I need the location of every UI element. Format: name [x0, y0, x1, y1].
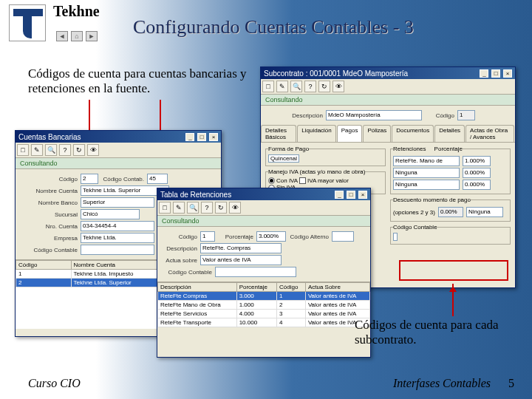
col-header[interactable]: Código — [277, 283, 306, 292]
table-row[interactable]: ReteFte Compras3.0001Valor antes de IVA — [158, 292, 370, 301]
tab-detalles-basicos[interactable]: Detalles Básicos — [261, 125, 296, 142]
descripcion-field[interactable]: ReteFte. Compras — [200, 243, 282, 253]
label: Código — [20, 176, 78, 183]
label: Código Alterno — [289, 233, 329, 240]
tool-icon[interactable]: □ — [17, 144, 29, 156]
nav-home-icon[interactable]: ⌂ — [71, 31, 83, 41]
window-buttons: _ □ × — [334, 190, 367, 199]
maximize-icon[interactable]: □ — [491, 69, 500, 78]
actua-field[interactable]: Valor antes de IVA — [200, 255, 282, 265]
tool-icon[interactable]: 👁 — [229, 202, 241, 214]
tool-icon[interactable]: 👁 — [332, 81, 344, 92]
ret-field[interactable]: ReteFte. Mano de Obra — [393, 156, 460, 166]
porcentaje-field[interactable]: 3.000% — [256, 231, 286, 242]
status-bar: Consultando — [157, 216, 370, 227]
col-header[interactable]: Descripción — [158, 283, 237, 292]
toolbar: □ ✎ 🔍 ? ↻ 👁 — [261, 79, 515, 95]
forma-pago-field[interactable]: Quincenal — [268, 154, 299, 163]
ret-pct[interactable]: 0.000% — [463, 168, 491, 178]
desc-pct: 0.00% — [438, 207, 463, 217]
ret-field[interactable]: Ninguna — [393, 168, 460, 178]
tool-icon[interactable]: ↻ — [318, 81, 330, 92]
titlebar[interactable]: Subcontrato : 001/0001 MdeO Mampostería … — [261, 67, 515, 79]
radio-con-iva[interactable] — [268, 177, 275, 184]
company-name: Tekhne — [53, 3, 100, 20]
label: Porcentaje — [218, 233, 253, 240]
tab-polizas[interactable]: Pólizas — [363, 125, 391, 142]
table-row[interactable]: ReteFte Transporte10.0004Valor antes de … — [158, 318, 370, 327]
tabstrip: Detalles Básicos Liquidación Pagos Póliz… — [261, 125, 515, 143]
nav-next-icon[interactable]: ► — [86, 31, 98, 41]
retenciones-table[interactable]: Descripción Porcentaje Código Actua Sobr… — [157, 282, 370, 327]
codigo-contable-field[interactable] — [215, 267, 296, 277]
table-row[interactable]: ReteFte Mano de Obra1.0002Valor antes de… — [158, 301, 370, 310]
minimize-icon[interactable]: _ — [185, 133, 194, 141]
tool-icon[interactable]: □ — [159, 202, 171, 214]
tool-icon[interactable]: 🔍 — [290, 81, 302, 92]
tab-documentos[interactable]: Documentos — [392, 125, 434, 142]
minimize-icon[interactable]: _ — [335, 191, 344, 199]
nombre-banco-field[interactable]: Superior — [81, 197, 154, 208]
close-icon[interactable]: × — [209, 133, 218, 141]
desc-dropdown[interactable]: Ninguna — [466, 207, 503, 217]
codigo-contab-field[interactable]: 45 — [147, 174, 168, 184]
caption-right: Códigos de cuenta para cada subcontrato. — [355, 318, 510, 348]
tool-icon[interactable]: 👁 — [87, 144, 99, 156]
col-header[interactable]: Actua Sobre — [305, 283, 369, 292]
table-row[interactable]: ReteFte Servicios4.0003Valor antes de IV… — [158, 310, 370, 318]
empresa-field[interactable]: Tekhne Ltda. — [81, 233, 154, 243]
codigo-alt-field[interactable] — [332, 231, 354, 242]
close-icon[interactable]: × — [503, 69, 512, 78]
label: Código Contable — [162, 269, 212, 276]
desc-field[interactable]: MdeO Mampostería — [326, 110, 422, 120]
tool-icon[interactable]: ✎ — [31, 144, 43, 156]
tool-icon[interactable]: ? — [59, 144, 71, 156]
nombre-cuenta-field[interactable]: Tekhne Ltda. Superior — [81, 185, 169, 196]
window-title: Subcontrato : 001/0001 MdeO Mampostería — [264, 69, 408, 78]
label: Descripción — [162, 245, 197, 252]
codigo-contable-field[interactable] — [393, 233, 398, 241]
tab-actas[interactable]: Actas de Obra / Avances — [466, 125, 514, 142]
col-header[interactable]: Porcentaje — [236, 283, 276, 292]
ret-field[interactable]: Ninguna — [393, 180, 460, 190]
status-bar: Consultando — [16, 158, 221, 169]
codigo-field[interactable]: 2 — [81, 174, 98, 184]
tool-icon[interactable]: 🔍 — [45, 144, 57, 156]
titlebar[interactable]: Cuentas Bancarias _ □ × — [16, 131, 221, 143]
window-tabla-retenciones: Tabla de Retenciones _ □ × □ ✎ 🔍 ? ↻ 👁 C… — [157, 188, 371, 358]
codigo-contable-field[interactable] — [81, 245, 154, 255]
tool-icon[interactable]: ? — [304, 81, 316, 92]
titlebar[interactable]: Tabla de Retenciones _ □ × — [157, 188, 370, 200]
tool-icon[interactable]: ✎ — [276, 81, 288, 92]
logo — [9, 4, 46, 41]
maximize-icon[interactable]: □ — [197, 133, 206, 141]
col-header[interactable]: Código — [16, 261, 72, 270]
toolbar: □ ✎ 🔍 ? ↻ 👁 — [157, 200, 370, 216]
tab-liquidacion[interactable]: Liquidación — [297, 125, 335, 142]
codigo-field[interactable]: 1 — [200, 231, 215, 242]
label: Actua sobre — [162, 257, 197, 264]
slide-title: Configurando Cuentas Contables - 3 — [133, 16, 414, 38]
arrow-indicator — [452, 284, 454, 316]
maximize-icon[interactable]: □ — [347, 191, 355, 199]
tool-icon[interactable]: ↻ — [215, 202, 227, 214]
ret-pct[interactable]: 0.000% — [463, 180, 491, 190]
minimize-icon[interactable]: _ — [480, 69, 488, 78]
tool-icon[interactable]: 🔍 — [187, 202, 199, 214]
ret-pct[interactable]: 1.000% — [463, 156, 491, 166]
close-icon[interactable]: × — [358, 191, 367, 199]
sucursal-field[interactable]: Chicó — [81, 209, 140, 219]
label: Descuento momento de pago — [393, 197, 471, 203]
nav-prev-icon[interactable]: ◄ — [56, 31, 68, 41]
tab-pagos[interactable]: Pagos — [337, 125, 363, 142]
chk-iva-mayor[interactable] — [299, 177, 306, 184]
tool-icon[interactable]: ? — [201, 202, 213, 214]
nro-cuenta-field[interactable]: 034-34454-4 — [81, 221, 154, 231]
tab-detalles[interactable]: Detalles — [434, 125, 465, 142]
label: Código — [425, 112, 454, 119]
slide-nav: ◄ ⌂ ► — [56, 31, 98, 41]
label: Código Contab. — [101, 176, 144, 183]
tool-icon[interactable]: □ — [262, 81, 274, 92]
tool-icon[interactable]: ↻ — [73, 144, 85, 156]
tool-icon[interactable]: ✎ — [173, 202, 185, 214]
